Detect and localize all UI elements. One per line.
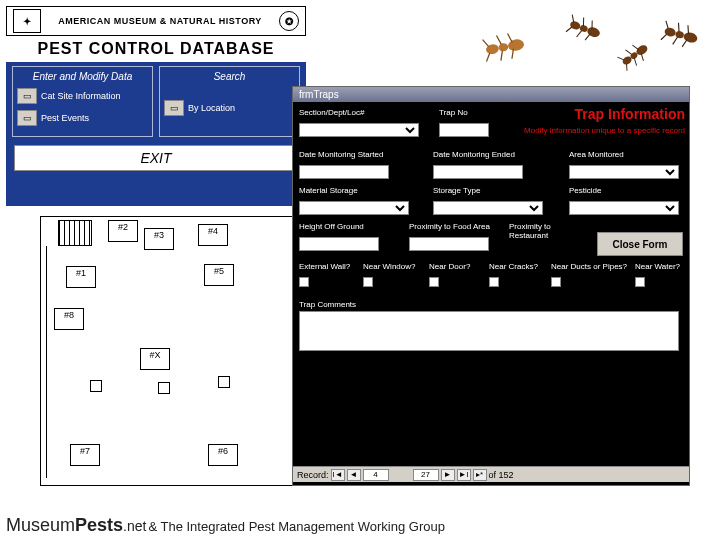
record-navigator: Record: I◄ ◄ 4 27 ► ►I ▸* of 152 <box>293 466 689 482</box>
form-icon: ▭ <box>17 88 37 104</box>
lbl-section: Section/Dept/Loc# <box>299 108 429 117</box>
floor-plan: #2 #3 #4 #1 #5 #8 #X #7 #6 <box>40 216 300 486</box>
nav-new-button[interactable]: ▸* <box>473 469 487 481</box>
window-titlebar[interactable]: frmTraps <box>293 87 689 102</box>
svg-point-3 <box>569 20 581 31</box>
btn-location-label: By Location <box>188 103 235 113</box>
btn-trap-label: Cat Site Information <box>41 91 121 101</box>
close-form-button[interactable]: Close Form <box>597 232 683 256</box>
marker <box>90 380 102 392</box>
form-heading: Trap Information <box>575 106 685 122</box>
rec-position: 27 <box>413 469 439 481</box>
brand-museum: Museum <box>6 515 75 535</box>
lbl-near-window: Near Window? <box>363 262 423 271</box>
room-7: #7 <box>70 444 100 466</box>
nav-first-button[interactable]: I◄ <box>331 469 345 481</box>
room-x: #X <box>140 348 170 370</box>
nav-prev-button[interactable]: ◄ <box>347 469 361 481</box>
room-1: #1 <box>66 266 96 288</box>
input-food[interactable] <box>409 237 489 251</box>
btn-pest-events[interactable]: ▭ Pest Events <box>17 110 148 126</box>
lbl-near-ducts: Near Ducts or Pipes? <box>551 262 633 271</box>
exit-button[interactable]: EXIT <box>14 145 298 171</box>
room-3: #3 <box>144 228 174 250</box>
lbl-restaurant: Proximity to Restaurant <box>509 222 589 240</box>
room-4: #4 <box>198 224 228 246</box>
room-5: #5 <box>204 264 234 286</box>
select-area[interactable] <box>569 165 679 179</box>
svg-point-10 <box>675 30 685 39</box>
secondary-logo-icon: ✪ <box>279 11 299 31</box>
btn-trap-info[interactable]: ▭ Cat Site Information <box>17 88 148 104</box>
select-pesticide[interactable] <box>569 201 679 215</box>
lbl-comments: Trap Comments <box>299 300 679 309</box>
footer-text: & The Integrated Pest Management Working… <box>148 519 445 534</box>
room-8: #8 <box>54 308 84 330</box>
rec-label: Record: <box>297 470 329 480</box>
col-title-enter: Enter and Modify Data <box>17 71 148 82</box>
rec-current[interactable]: 4 <box>363 469 389 481</box>
amnh-logo-icon: ✦ <box>13 9 41 33</box>
lbl-pesticide: Pesticide <box>569 186 679 195</box>
lbl-near-water: Near Water? <box>635 262 687 271</box>
lbl-date-end: Date Monitoring Ended <box>433 150 543 159</box>
rec-total: of 152 <box>489 470 514 480</box>
menu-column-enter: Enter and Modify Data ▭ Cat Site Informa… <box>12 66 153 137</box>
select-storage[interactable] <box>433 201 543 215</box>
lbl-area: Area Monitored <box>569 150 679 159</box>
lbl-storage: Storage Type <box>433 186 553 195</box>
svg-point-2 <box>507 38 525 52</box>
nav-last-button[interactable]: ►I <box>457 469 471 481</box>
main-menu-panel: ✦ AMERICAN MUSEUM & NATURAL HISTORY ✪ PE… <box>6 6 306 206</box>
menu-header: ✦ AMERICAN MUSEUM & NATURAL HISTORY ✪ <box>6 6 306 36</box>
lbl-trapno: Trap No <box>439 108 509 117</box>
btn-pest-label: Pest Events <box>41 113 89 123</box>
input-trapno[interactable] <box>439 123 489 137</box>
stairs-icon <box>58 220 92 246</box>
input-date-end[interactable] <box>433 165 523 179</box>
ant-image <box>480 2 710 82</box>
lbl-date-start: Date Monitoring Started <box>299 150 409 159</box>
textarea-comments[interactable] <box>299 311 679 351</box>
form-icon: ▭ <box>164 100 184 116</box>
nav-next-button[interactable]: ► <box>441 469 455 481</box>
footer: MuseumPests.net & The Integrated Pest Ma… <box>6 515 714 536</box>
lbl-food: Proximity to Food Area <box>409 222 509 231</box>
svg-point-1 <box>498 43 509 53</box>
chk-ext-wall[interactable] <box>299 277 309 287</box>
chk-near-window[interactable] <box>363 277 373 287</box>
chk-near-door[interactable] <box>429 277 439 287</box>
chk-near-ducts[interactable] <box>551 277 561 287</box>
marker <box>218 376 230 388</box>
menu-column-search: Search ▭ By Location <box>159 66 300 137</box>
brand-net: .net <box>123 518 146 534</box>
btn-by-location[interactable]: ▭ By Location <box>164 100 295 116</box>
lbl-material: Material Storage <box>299 186 419 195</box>
amnh-org-name: AMERICAN MUSEUM & NATURAL HISTORY <box>47 16 273 26</box>
chk-near-cracks[interactable] <box>489 277 499 287</box>
trap-form-window: frmTraps Trap Information Modify informa… <box>292 86 690 486</box>
chk-near-water[interactable] <box>635 277 645 287</box>
marker <box>158 382 170 394</box>
svg-point-9 <box>664 27 677 38</box>
select-material[interactable] <box>299 201 409 215</box>
col-title-search: Search <box>164 71 295 82</box>
app-title: PEST CONTROL DATABASE <box>6 36 306 62</box>
input-height[interactable] <box>299 237 379 251</box>
room-2: #2 <box>108 220 138 242</box>
lbl-near-door: Near Door? <box>429 262 485 271</box>
brand-pests: Pests <box>75 515 123 535</box>
input-date-start[interactable] <box>299 165 389 179</box>
lbl-height: Height Off Ground <box>299 222 399 231</box>
lbl-ext-wall: External Wall? <box>299 262 359 271</box>
select-section[interactable] <box>299 123 419 137</box>
lbl-near-cracks: Near Cracks? <box>489 262 549 271</box>
form-icon: ▭ <box>17 110 37 126</box>
form-subheading: Modify information unique to a specific … <box>524 126 685 135</box>
room-6: #6 <box>208 444 238 466</box>
